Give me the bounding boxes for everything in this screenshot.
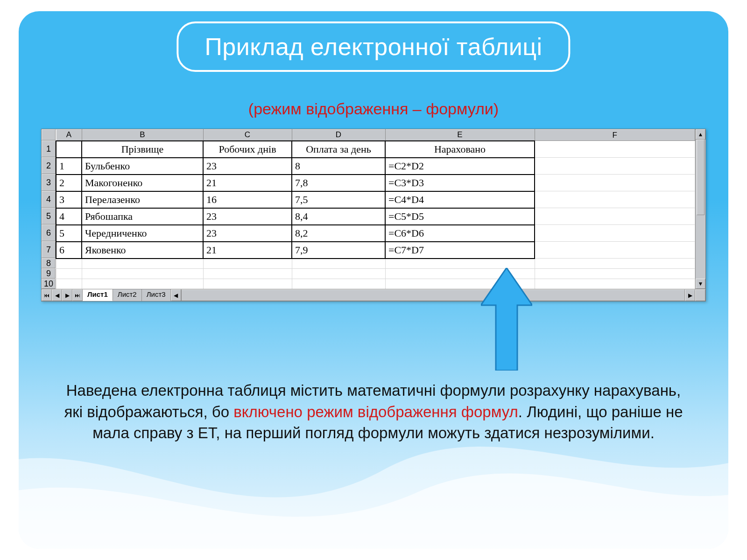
cell[interactable] bbox=[535, 208, 695, 225]
cell[interactable]: 4 bbox=[56, 208, 82, 225]
callout-arrow-icon bbox=[481, 268, 532, 371]
cell[interactable]: 23 bbox=[203, 158, 292, 175]
cell[interactable]: 21 bbox=[203, 175, 292, 191]
vertical-scrollbar[interactable]: ▲ ▼ bbox=[695, 129, 705, 289]
cell[interactable] bbox=[535, 242, 695, 259]
slide-frame: Приклад електронної таблиці (режим відоб… bbox=[19, 11, 728, 549]
sheet-tab-bar: ⏮ ◀ ▶ ⏭ Лист1 Лист2 Лист3 ◀ ▶ bbox=[42, 289, 705, 301]
row-header[interactable]: 1 bbox=[42, 140, 56, 157]
cell[interactable]: =C2*D2 bbox=[385, 158, 535, 175]
cell[interactable]: Прізвище bbox=[82, 141, 203, 158]
cell[interactable]: Рябошапка bbox=[82, 208, 203, 225]
cell[interactable]: Яковенко bbox=[82, 242, 203, 259]
cell[interactable]: 8,4 bbox=[292, 208, 385, 225]
scroll-thumb[interactable] bbox=[696, 140, 705, 279]
scroll-down-icon[interactable]: ▼ bbox=[696, 279, 705, 289]
cell[interactable]: 5 bbox=[56, 225, 82, 242]
cell[interactable]: =C4*D4 bbox=[385, 191, 535, 208]
paragraph-highlight: включено режим відображення формул bbox=[233, 403, 518, 420]
cell[interactable]: 6 bbox=[56, 242, 82, 259]
scroll-corner bbox=[695, 289, 705, 301]
tab-nav-prev-icon[interactable]: ◀ bbox=[52, 289, 62, 301]
cell[interactable]: 7,8 bbox=[292, 175, 385, 191]
scroll-up-icon[interactable]: ▲ bbox=[696, 129, 705, 140]
row-header[interactable]: 7 bbox=[42, 241, 56, 258]
tab-nav-first-icon[interactable]: ⏮ bbox=[42, 289, 52, 301]
slide-title: Приклад електронної таблиці bbox=[176, 21, 570, 72]
cell[interactable]: =C5*D5 bbox=[385, 208, 535, 225]
col-header[interactable]: B bbox=[82, 130, 203, 141]
cell[interactable]: 3 bbox=[56, 191, 82, 208]
scroll-right-icon[interactable]: ▶ bbox=[685, 289, 695, 301]
col-header[interactable]: D bbox=[292, 130, 385, 141]
cell[interactable]: 16 bbox=[203, 191, 292, 208]
explanation-paragraph: Наведена електронна таблиця містить мате… bbox=[61, 380, 686, 444]
col-header[interactable]: F bbox=[535, 130, 695, 141]
row-header[interactable]: 9 bbox=[42, 268, 56, 279]
col-header[interactable]: E bbox=[385, 130, 535, 141]
cell[interactable]: Робочих днів bbox=[203, 141, 292, 158]
cell[interactable] bbox=[535, 141, 695, 158]
scroll-track[interactable] bbox=[181, 289, 685, 301]
tab-nav-next-icon[interactable]: ▶ bbox=[62, 289, 72, 301]
row-header[interactable]: 10 bbox=[42, 279, 56, 289]
cell[interactable] bbox=[535, 158, 695, 175]
cell[interactable]: 8,2 bbox=[292, 225, 385, 242]
scroll-left-icon[interactable]: ◀ bbox=[171, 289, 181, 301]
cell[interactable] bbox=[535, 175, 695, 191]
row-header-gutter: 1 2 3 4 5 6 7 8 9 10 bbox=[42, 129, 56, 289]
spreadsheet-window: 1 2 3 4 5 6 7 8 9 10 bbox=[41, 129, 706, 301]
cell[interactable]: =C3*D3 bbox=[385, 175, 535, 191]
sheet-tab[interactable]: Лист2 bbox=[113, 289, 142, 301]
row-header[interactable]: 2 bbox=[42, 157, 56, 174]
cell[interactable]: 21 bbox=[203, 242, 292, 259]
cell[interactable]: 7,9 bbox=[292, 242, 385, 259]
cell[interactable] bbox=[535, 225, 695, 242]
row-header[interactable]: 4 bbox=[42, 191, 56, 208]
row-header[interactable]: 8 bbox=[42, 258, 56, 268]
cell[interactable] bbox=[535, 191, 695, 208]
select-all-corner[interactable] bbox=[42, 129, 56, 140]
cell[interactable]: 7,5 bbox=[292, 191, 385, 208]
cell[interactable] bbox=[56, 141, 82, 158]
slide-subtitle: (режим відображення – формули) bbox=[19, 100, 728, 118]
cell[interactable]: 8 bbox=[292, 158, 385, 175]
sheet-tab[interactable]: Лист1 bbox=[83, 289, 113, 301]
cell[interactable]: Оплата за день bbox=[292, 141, 385, 158]
row-header[interactable]: 5 bbox=[42, 208, 56, 224]
cell[interactable]: Нараховано bbox=[385, 141, 535, 158]
row-header[interactable]: 6 bbox=[42, 224, 56, 241]
horizontal-scrollbar[interactable]: ◀ ▶ bbox=[171, 289, 705, 301]
cell[interactable]: 23 bbox=[203, 208, 292, 225]
cell[interactable]: Чередниченко bbox=[82, 225, 203, 242]
cell[interactable]: Макогоненко bbox=[82, 175, 203, 191]
col-header[interactable]: C bbox=[203, 130, 292, 141]
cell[interactable]: 1 bbox=[56, 158, 82, 175]
cell[interactable]: =C7*D7 bbox=[385, 242, 535, 259]
tab-nav-last-icon[interactable]: ⏭ bbox=[72, 289, 83, 301]
spreadsheet-grid[interactable]: A B C D E F Прізвище Робочих днів Оплата… bbox=[56, 129, 695, 289]
col-header[interactable]: A bbox=[56, 130, 82, 141]
row-header[interactable]: 3 bbox=[42, 174, 56, 191]
cell[interactable]: Бульбенко bbox=[82, 158, 203, 175]
cell[interactable]: 23 bbox=[203, 225, 292, 242]
cell[interactable]: Перелазенко bbox=[82, 191, 203, 208]
cell[interactable]: =C6*D6 bbox=[385, 225, 535, 242]
sheet-tab[interactable]: Лист3 bbox=[142, 289, 171, 301]
cell[interactable]: 2 bbox=[56, 175, 82, 191]
